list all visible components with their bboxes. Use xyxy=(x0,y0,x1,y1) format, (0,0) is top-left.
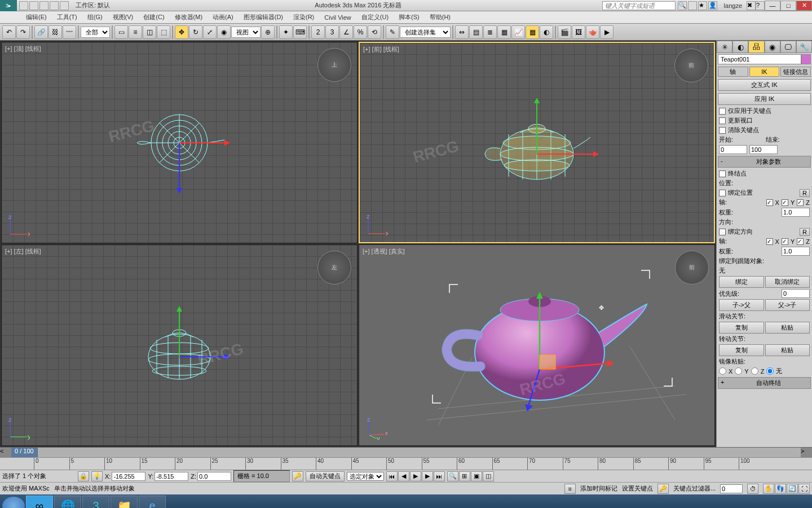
minimize-button[interactable]: — xyxy=(765,1,780,11)
viewcube[interactable]: 上 xyxy=(317,48,351,82)
rotate-button[interactable]: ↻ xyxy=(189,25,202,39)
create-tab[interactable]: ✳ xyxy=(717,41,732,53)
y-checkbox[interactable] xyxy=(782,199,788,206)
bind-space-button[interactable]: 〰 xyxy=(63,25,76,39)
modify-tab[interactable]: ◐ xyxy=(732,41,748,53)
y-coord-input[interactable] xyxy=(155,472,188,481)
align-button[interactable]: ▤ xyxy=(469,25,483,39)
timeline-current-frame[interactable]: 0 / 100 xyxy=(11,448,38,457)
x-checkbox[interactable] xyxy=(766,199,773,206)
new-icon[interactable] xyxy=(19,1,28,10)
taskbar-ie[interactable]: e xyxy=(139,496,166,508)
close-button[interactable]: ✕ xyxy=(796,1,812,11)
menu-edit[interactable]: 编辑(E) xyxy=(23,12,50,23)
placement-button[interactable]: ◉ xyxy=(217,25,231,39)
copy-sliding-button[interactable]: 复制 xyxy=(719,322,764,334)
z-coord-input[interactable] xyxy=(197,472,231,481)
key-icon[interactable] xyxy=(688,1,697,10)
link-info-subtab[interactable]: 链接信息 xyxy=(780,67,811,77)
star-icon[interactable]: ★ xyxy=(698,1,707,10)
mirror-z-radio[interactable] xyxy=(751,367,758,375)
render-button[interactable]: 🫖 xyxy=(586,25,599,39)
curve-editor-button[interactable]: 📈 xyxy=(511,25,525,39)
open-icon[interactable] xyxy=(29,1,38,10)
x-coord-input[interactable] xyxy=(112,472,145,481)
auto-key-button[interactable]: 自动关键点 xyxy=(306,471,345,481)
maximize-viewport-button[interactable]: ⛶ xyxy=(798,484,810,494)
paste-rotation-button[interactable]: 粘贴 xyxy=(765,344,810,356)
edit-named-sel-button[interactable]: ✎ xyxy=(386,25,399,39)
key-filter-button[interactable]: 关键点过滤器... xyxy=(673,484,716,493)
end-spinner[interactable] xyxy=(749,145,778,154)
menu-group[interactable]: 组(G) xyxy=(84,12,106,23)
mirror-y-radio[interactable] xyxy=(735,367,742,375)
viewport-label[interactable]: [+] [顶] [线框] xyxy=(5,45,41,53)
bind-button[interactable]: 绑定 xyxy=(719,276,764,288)
selection-filter-dropdown[interactable]: 全部 xyxy=(81,27,110,38)
pan-button[interactable]: ✋ xyxy=(763,484,774,494)
ref-coord-dropdown[interactable]: 视图 xyxy=(231,27,261,38)
utilities-tab[interactable]: 🔧 xyxy=(796,41,812,53)
start-spinner[interactable] xyxy=(719,145,747,154)
manipulate-button[interactable]: ✦ xyxy=(279,25,293,39)
menu-modifiers[interactable]: 修改器(M) xyxy=(171,12,206,23)
parent-child-button[interactable]: 父->子 xyxy=(765,299,810,311)
save-icon[interactable] xyxy=(39,1,48,10)
obj-params-header[interactable]: 对象参数 xyxy=(729,157,808,166)
mirror-x-radio[interactable] xyxy=(719,367,726,375)
child-parent-button[interactable]: 子->父 xyxy=(719,299,764,311)
auto-term-header[interactable]: 自动终结 xyxy=(729,379,808,387)
link-button[interactable]: 🔗 xyxy=(34,25,48,39)
play-button[interactable]: ▶ xyxy=(410,471,421,481)
priority-spinner[interactable] xyxy=(782,289,810,298)
menu-tools[interactable]: 工具(T) xyxy=(54,12,81,23)
material-editor-button[interactable]: ◐ xyxy=(540,25,553,39)
key-target-dropdown[interactable]: 选定对象 xyxy=(347,472,384,481)
display-tab[interactable]: 🖵 xyxy=(780,41,796,53)
unbind-button[interactable]: 取消绑定 xyxy=(765,276,810,288)
menu-view[interactable]: 视图(V) xyxy=(109,12,137,23)
goto-start-button[interactable]: ⏮ xyxy=(386,471,398,481)
script-listener-button[interactable]: ≡ xyxy=(564,484,576,494)
viewport-label[interactable]: [+] [前] [线框] xyxy=(363,45,399,54)
binoculars-icon[interactable]: 🔍 xyxy=(678,1,687,10)
menu-create[interactable]: 创建(C) xyxy=(140,12,167,23)
viewcube[interactable]: 左 xyxy=(317,251,351,284)
viewport-front[interactable]: [+] [前] [线框] 前 xz RRCG xyxy=(359,42,715,243)
render-frame-button[interactable]: 🖼 xyxy=(572,25,585,39)
time-config-button[interactable]: ⏱ xyxy=(747,484,758,494)
copy-rotation-button[interactable]: 复制 xyxy=(719,344,764,356)
bind-orient-checkbox[interactable] xyxy=(719,229,726,235)
undo-button[interactable]: ↶ xyxy=(2,25,16,39)
maximize-button[interactable]: □ xyxy=(780,1,796,11)
named-selection-dropdown[interactable]: 创建选择集 xyxy=(400,27,451,38)
menu-animation[interactable]: 动画(A) xyxy=(209,12,237,23)
add-time-tag[interactable]: 添加时间标记 xyxy=(580,484,617,493)
fov-button[interactable]: ◫ xyxy=(483,471,494,481)
timeline-right-cap[interactable]: > xyxy=(801,448,812,457)
rollout-toggle-2[interactable]: + xyxy=(721,379,729,387)
goto-end-button[interactable]: ⏭ xyxy=(434,471,445,481)
object-color-swatch[interactable] xyxy=(801,54,811,64)
taskbar-explorer[interactable]: 📁 xyxy=(111,496,138,508)
snap-2d-button[interactable]: 2 xyxy=(311,25,325,39)
app-logo[interactable]: 3▸ xyxy=(0,0,17,11)
mirror-button[interactable]: ⇔ xyxy=(455,25,469,39)
toggle-ribbon-button[interactable]: ▦ xyxy=(497,25,511,39)
y-checkbox-2[interactable] xyxy=(782,238,788,245)
percent-snap-button[interactable]: % xyxy=(354,25,367,39)
rollout-toggle[interactable]: - xyxy=(721,157,729,166)
menu-customize[interactable]: 自定义(U) xyxy=(358,12,392,23)
menu-script[interactable]: 脚本(S) xyxy=(395,12,423,23)
orbit-button[interactable]: 🔄 xyxy=(787,484,798,494)
mirror-none-radio[interactable] xyxy=(766,367,774,375)
prev-frame-button[interactable]: ◀ xyxy=(398,471,409,481)
r-button[interactable]: R xyxy=(800,189,810,197)
viewport-perspective[interactable]: [+] [透视] [真实] 前 xyxy=(359,244,715,446)
undo-icon[interactable] xyxy=(50,1,59,10)
update-viewport-checkbox[interactable] xyxy=(719,117,726,124)
weight-spinner[interactable] xyxy=(782,208,810,217)
x-checkbox-2[interactable] xyxy=(766,238,773,245)
pivot-subtab[interactable]: 轴 xyxy=(718,67,748,77)
terminator-checkbox[interactable] xyxy=(719,170,726,177)
